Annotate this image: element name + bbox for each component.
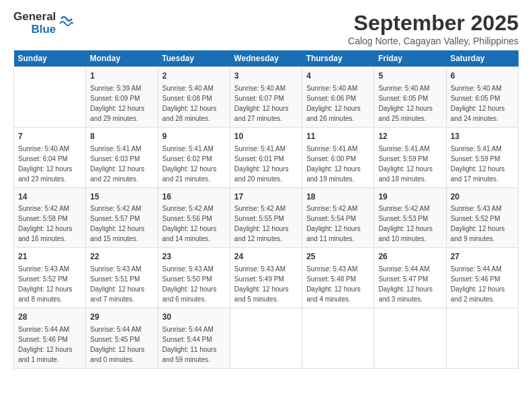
page-title: September 2025	[348, 11, 519, 36]
day-cell	[446, 308, 518, 369]
day-number: 5	[378, 71, 441, 82]
day-cell: 24Sunrise: 5:43 AMSunset: 5:49 PMDayligh…	[230, 248, 302, 308]
week-row-2: 7Sunrise: 5:40 AMSunset: 6:04 PMDaylight…	[14, 127, 519, 187]
day-number: 27	[451, 251, 514, 263]
day-cell: 20Sunrise: 5:43 AMSunset: 5:52 PMDayligh…	[446, 187, 518, 248]
day-info: Sunrise: 5:40 AMSunset: 6:08 PMDaylight:…	[163, 83, 226, 124]
week-row-3: 14Sunrise: 5:42 AMSunset: 5:58 PMDayligh…	[14, 187, 519, 248]
day-cell	[14, 67, 86, 128]
day-number: 1	[90, 71, 153, 82]
col-tuesday: Tuesday	[158, 50, 230, 67]
day-info: Sunrise: 5:43 AMSunset: 5:52 PMDaylight:…	[451, 203, 514, 244]
day-number: 6	[451, 71, 514, 82]
day-cell: 21Sunrise: 5:43 AMSunset: 5:52 PMDayligh…	[14, 248, 86, 308]
day-info: Sunrise: 5:43 AMSunset: 5:52 PMDaylight:…	[18, 264, 81, 304]
day-cell: 10Sunrise: 5:41 AMSunset: 6:01 PMDayligh…	[230, 127, 302, 187]
day-info: Sunrise: 5:40 AMSunset: 6:05 PMDaylight:…	[378, 83, 441, 124]
day-cell	[374, 308, 446, 369]
header: General Blue September 2025 Calog Norte,…	[13, 11, 519, 46]
day-info: Sunrise: 5:42 AMSunset: 5:55 PMDaylight:…	[234, 203, 298, 244]
day-number: 29	[90, 312, 153, 323]
col-saturday: Saturday	[446, 50, 518, 67]
day-cell: 6Sunrise: 5:40 AMSunset: 6:05 PMDaylight…	[446, 67, 518, 128]
day-info: Sunrise: 5:40 AMSunset: 6:06 PMDaylight:…	[306, 83, 369, 124]
day-number: 12	[378, 131, 441, 142]
calendar-table: Sunday Monday Tuesday Wednesday Thursday…	[13, 50, 519, 369]
day-cell	[302, 308, 374, 369]
day-info: Sunrise: 5:43 AMSunset: 5:49 PMDaylight:…	[234, 264, 298, 304]
day-info: Sunrise: 5:43 AMSunset: 5:50 PMDaylight:…	[163, 264, 226, 304]
day-cell: 7Sunrise: 5:40 AMSunset: 6:04 PMDaylight…	[14, 127, 86, 187]
day-info: Sunrise: 5:39 AMSunset: 6:09 PMDaylight:…	[90, 83, 153, 124]
day-info: Sunrise: 5:44 AMSunset: 5:46 PMDaylight:…	[451, 264, 514, 304]
title-area: September 2025 Calog Norte, Cagayan Vall…	[348, 11, 519, 46]
day-number: 22	[90, 251, 153, 263]
day-info: Sunrise: 5:41 AMSunset: 6:01 PMDaylight:…	[234, 144, 298, 184]
logo: General Blue	[13, 11, 73, 36]
day-cell: 19Sunrise: 5:42 AMSunset: 5:53 PMDayligh…	[374, 187, 446, 248]
day-cell: 27Sunrise: 5:44 AMSunset: 5:46 PMDayligh…	[446, 248, 518, 308]
day-number: 30	[163, 312, 226, 323]
day-number: 14	[18, 191, 81, 203]
day-info: Sunrise: 5:42 AMSunset: 5:58 PMDaylight:…	[18, 203, 81, 244]
day-info: Sunrise: 5:40 AMSunset: 6:07 PMDaylight:…	[234, 83, 298, 124]
day-number: 11	[306, 131, 369, 142]
day-number: 17	[234, 191, 298, 203]
week-row-4: 21Sunrise: 5:43 AMSunset: 5:52 PMDayligh…	[14, 248, 519, 308]
day-number: 26	[378, 251, 441, 263]
week-row-5: 28Sunrise: 5:44 AMSunset: 5:46 PMDayligh…	[14, 308, 519, 369]
day-info: Sunrise: 5:44 AMSunset: 5:46 PMDaylight:…	[18, 324, 81, 365]
day-info: Sunrise: 5:42 AMSunset: 5:53 PMDaylight:…	[378, 203, 441, 244]
day-info: Sunrise: 5:42 AMSunset: 5:57 PMDaylight:…	[90, 203, 153, 244]
logo-line2: Blue	[31, 24, 56, 36]
day-info: Sunrise: 5:44 AMSunset: 5:45 PMDaylight:…	[90, 324, 153, 365]
day-number: 10	[234, 131, 298, 142]
day-cell: 18Sunrise: 5:42 AMSunset: 5:54 PMDayligh…	[302, 187, 374, 248]
day-cell: 4Sunrise: 5:40 AMSunset: 6:06 PMDaylight…	[302, 67, 374, 128]
day-cell: 28Sunrise: 5:44 AMSunset: 5:46 PMDayligh…	[14, 308, 86, 369]
day-info: Sunrise: 5:43 AMSunset: 5:51 PMDaylight:…	[90, 264, 153, 304]
day-cell: 26Sunrise: 5:44 AMSunset: 5:47 PMDayligh…	[374, 248, 446, 308]
day-cell: 12Sunrise: 5:41 AMSunset: 5:59 PMDayligh…	[374, 127, 446, 187]
day-info: Sunrise: 5:40 AMSunset: 6:04 PMDaylight:…	[18, 144, 81, 184]
day-cell: 5Sunrise: 5:40 AMSunset: 6:05 PMDaylight…	[374, 67, 446, 128]
day-cell: 3Sunrise: 5:40 AMSunset: 6:07 PMDaylight…	[230, 67, 302, 128]
day-number: 28	[18, 312, 81, 323]
day-info: Sunrise: 5:41 AMSunset: 5:59 PMDaylight:…	[451, 144, 514, 184]
week-row-1: 1Sunrise: 5:39 AMSunset: 6:09 PMDaylight…	[14, 67, 519, 128]
day-number: 4	[306, 71, 369, 82]
page: General Blue September 2025 Calog Norte,…	[0, 0, 532, 411]
day-info: Sunrise: 5:41 AMSunset: 6:00 PMDaylight:…	[306, 144, 369, 184]
day-cell: 14Sunrise: 5:42 AMSunset: 5:58 PMDayligh…	[14, 187, 86, 248]
day-info: Sunrise: 5:42 AMSunset: 5:54 PMDaylight:…	[306, 203, 369, 244]
col-monday: Monday	[86, 50, 158, 67]
day-cell: 23Sunrise: 5:43 AMSunset: 5:50 PMDayligh…	[158, 248, 230, 308]
day-number: 15	[90, 191, 153, 203]
day-number: 2	[163, 71, 226, 82]
day-number: 20	[451, 191, 514, 203]
day-cell: 22Sunrise: 5:43 AMSunset: 5:51 PMDayligh…	[86, 248, 158, 308]
day-number: 24	[234, 251, 298, 263]
day-number: 25	[306, 251, 369, 263]
day-cell: 9Sunrise: 5:41 AMSunset: 6:02 PMDaylight…	[158, 127, 230, 187]
day-info: Sunrise: 5:41 AMSunset: 6:02 PMDaylight:…	[163, 144, 226, 184]
day-number: 13	[451, 131, 514, 142]
day-number: 19	[378, 191, 441, 203]
logo-line1: General	[13, 11, 56, 24]
day-number: 16	[163, 191, 226, 203]
day-cell: 15Sunrise: 5:42 AMSunset: 5:57 PMDayligh…	[86, 187, 158, 248]
col-wednesday: Wednesday	[230, 50, 302, 67]
day-info: Sunrise: 5:42 AMSunset: 5:56 PMDaylight:…	[163, 203, 226, 244]
day-number: 9	[163, 131, 226, 142]
day-cell: 8Sunrise: 5:41 AMSunset: 6:03 PMDaylight…	[86, 127, 158, 187]
day-number: 8	[90, 131, 153, 142]
day-cell: 1Sunrise: 5:39 AMSunset: 6:09 PMDaylight…	[86, 67, 158, 128]
day-number: 7	[18, 131, 81, 142]
day-info: Sunrise: 5:40 AMSunset: 6:05 PMDaylight:…	[451, 83, 514, 124]
day-number: 3	[234, 71, 298, 82]
day-number: 18	[306, 191, 369, 203]
day-number: 23	[163, 251, 226, 263]
day-info: Sunrise: 5:41 AMSunset: 6:03 PMDaylight:…	[90, 144, 153, 184]
col-thursday: Thursday	[302, 50, 374, 67]
day-cell: 2Sunrise: 5:40 AMSunset: 6:08 PMDaylight…	[158, 67, 230, 128]
